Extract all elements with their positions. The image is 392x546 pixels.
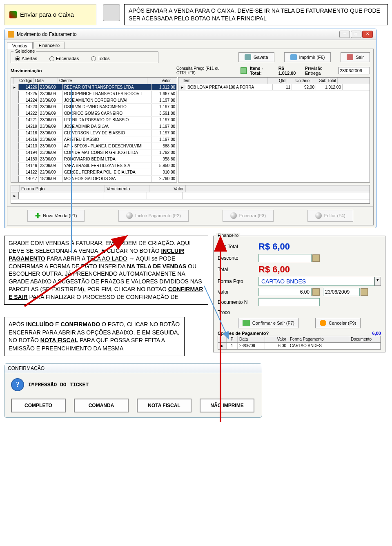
- encerrar-callout: APÓS INCLUÍDO E CONFIRMADO O PGTO, CLICA…: [4, 317, 185, 356]
- cancelar-button[interactable]: Cancelar (F9): [315, 318, 361, 328]
- table-row[interactable]: 1421323/06/09API - SPE08 - PLANEJ. E DES…: [11, 143, 177, 149]
- opcoes-pagamento-grid[interactable]: P Data Valor Forma Pagamento Documento ▸…: [218, 336, 381, 350]
- nota-fiscal-button[interactable]: NOTA FISCAL: [137, 399, 192, 412]
- table-row[interactable]: 1422323/06/09OSNI VALDEVINO NASCIMENTO1.…: [11, 104, 177, 110]
- refresh-icon[interactable]: [241, 67, 247, 74]
- plus-icon: ✚: [35, 212, 40, 220]
- maximize-button[interactable]: □: [351, 31, 361, 38]
- sphere-icon: [230, 212, 237, 219]
- opg-amount: 6,00: [372, 331, 381, 336]
- cancel-icon: [320, 320, 326, 326]
- vendas-grid[interactable]: Código Data Cliente Valor ▸1422623/06/09…: [11, 77, 177, 183]
- table-row[interactable]: 1421923/06/09JOSE ADIMIR DA SILVA1.197,0…: [11, 123, 177, 130]
- editar-button[interactable]: Editar (F4): [307, 210, 353, 222]
- printer-icon: [290, 54, 297, 60]
- table-row[interactable]: 1422423/06/09JOSE AMILTON CORDEIRO LIVAI…: [11, 97, 177, 104]
- enviar-para-caixa-button[interactable]: Enviar para o Caixa: [4, 4, 96, 25]
- cash-register-icon: [103, 4, 120, 21]
- radio-todos[interactable]: Todos: [91, 56, 109, 61]
- confirm-title: CONFIRMAÇÃO: [4, 364, 262, 373]
- table-row[interactable]: ▸123/06/096,00CARTAO BNDES: [218, 343, 381, 349]
- confirmar-sair-button[interactable]: Confirmar e Sair (F7): [238, 318, 299, 328]
- documento-input[interactable]: [258, 298, 320, 306]
- calc-icon[interactable]: [312, 254, 320, 262]
- table-row[interactable]: 1404718/06/09MOINHOS GALOPOLIS S/A2.790,…: [11, 176, 177, 182]
- itens-grid[interactable]: Item Qtd Unitário Sub Total ▸BOB LONA PR…: [178, 77, 370, 183]
- incluir-pagamento-button[interactable]: Incluir Pagamento (F2): [118, 210, 189, 222]
- forma-pgto-grid[interactable]: Forma Pgto Vencimento Valor ▸: [11, 185, 370, 204]
- confirmacao-dialog: CONFIRMAÇÃO ? IMPRESSÃO DO TICKET COMPLE…: [4, 363, 262, 418]
- mid-callout: GRADE COM VENDAS À FATURAR, EM ORDEM DE …: [4, 236, 208, 305]
- table-row[interactable]: 1414622/06/09YARA BRASIL FERTILIZANTES S…: [11, 163, 177, 169]
- total-value: R$ 6,00: [258, 264, 290, 275]
- top-callout: APÓS ENVIAR A VENDA PARA O CAIXA, DEVE-S…: [124, 4, 388, 25]
- calc-icon[interactable]: [312, 288, 320, 296]
- nova-venda-button[interactable]: ✚Nova Venda (F1): [27, 210, 85, 222]
- itens-total-value: R$ 1.012,00: [278, 66, 302, 76]
- table-row[interactable]: 1422123/06/09LEONILDA POSSATO DE BIASSIO…: [11, 117, 177, 123]
- app-icon: [8, 31, 14, 38]
- enviar-label: Enviar para o Caixa: [20, 11, 74, 18]
- valor-date-input[interactable]: [323, 288, 360, 296]
- tab-vendas[interactable]: Vendas: [7, 42, 33, 49]
- imprimir-button[interactable]: Imprimir (F6): [284, 52, 331, 62]
- titlebar: Movimento do Faturamento – □ ✕: [4, 29, 376, 40]
- close-button[interactable]: ✕: [362, 31, 373, 38]
- comanda-button[interactable]: COMANDA: [74, 399, 129, 412]
- sair-button[interactable]: Sair: [341, 52, 370, 62]
- radio-abertas[interactable]: Abertas: [15, 56, 37, 61]
- table-row[interactable]: ▸1422623/06/09REDYAR OTM TRANSPORTES LTD…: [11, 84, 177, 91]
- sphere-icon: [315, 212, 322, 219]
- financeiro-panel: Financeiro Sub TotalR$ 6,00 Desconto Tot…: [213, 236, 385, 352]
- exit-icon: [347, 54, 353, 60]
- nao-imprime-button[interactable]: NÃO IMPRIME: [200, 399, 254, 412]
- completo-button[interactable]: COMPLETO: [11, 399, 66, 412]
- calendar-icon[interactable]: [361, 288, 368, 296]
- table-row[interactable]: 1412222/06/09GERCEL FERREIRA POLI E CIA …: [11, 169, 177, 176]
- window-title: Movimento do Faturamento: [17, 31, 77, 37]
- gaveta-button[interactable]: Gaveta: [238, 52, 274, 62]
- selecione-group: Selecione Abertas Encerradas Todos: [11, 51, 158, 63]
- table-row[interactable]: 1422223/06/09ODORICO GOMES CARNEIRO3.591…: [11, 110, 177, 117]
- drawer-icon: [245, 54, 251, 60]
- faturamento-window: Movimento do Faturamento – □ ✕ Vendas Fi…: [4, 29, 376, 228]
- table-row[interactable]: 1418323/06/09RODOVIARIO BEDIM LTDA958,80: [11, 156, 177, 163]
- troco-label: Troco: [218, 310, 381, 315]
- previsao-input[interactable]: [338, 67, 370, 74]
- forma-pgto-select[interactable]: CARTAO BNDES: [258, 277, 374, 286]
- previsao-label: Previsão Entrega: [305, 66, 336, 76]
- minimize-button[interactable]: –: [339, 31, 350, 38]
- question-icon: ?: [11, 378, 24, 391]
- confirm-message: IMPRESSÃO DO TICKET: [28, 382, 89, 388]
- check-icon: [243, 320, 250, 326]
- consulta-preco-label: Consulta Preço (F11 ou CTRL+F6): [176, 66, 237, 75]
- chevron-down-icon[interactable]: ▾: [374, 277, 381, 286]
- encerrar-button[interactable]: Encerrar (F3): [223, 210, 274, 222]
- table-row[interactable]: ▸BOB LONA PRETA 4X100 A FORRA1192,001.01…: [178, 84, 370, 91]
- table-row[interactable]: 1421623/06/09ARISTEU BIASSIO1.197,00: [11, 136, 177, 143]
- itens-total-label: Itens - Total:: [250, 66, 275, 76]
- table-row[interactable]: 1422523/06/09RODOPRINCE TRANSPORTES RODO…: [11, 91, 177, 97]
- desconto-input[interactable]: [258, 254, 312, 262]
- send-icon: [9, 11, 17, 18]
- coin-icon: [126, 212, 133, 219]
- table-row[interactable]: 1419423/06/09COM DE MAT CONSTR GRIBOGI L…: [11, 149, 177, 156]
- movimentacao-label: Movimentação: [11, 68, 173, 73]
- radio-encerradas[interactable]: Encerradas: [49, 56, 79, 61]
- table-row[interactable]: 1421823/06/09CLEVERSON LEVY DE BIASSIO1.…: [11, 130, 177, 136]
- tab-financeiro[interactable]: Financeiro: [33, 42, 65, 49]
- valor-input[interactable]: [258, 288, 312, 296]
- subtotal-value: R$ 6,00: [258, 241, 290, 252]
